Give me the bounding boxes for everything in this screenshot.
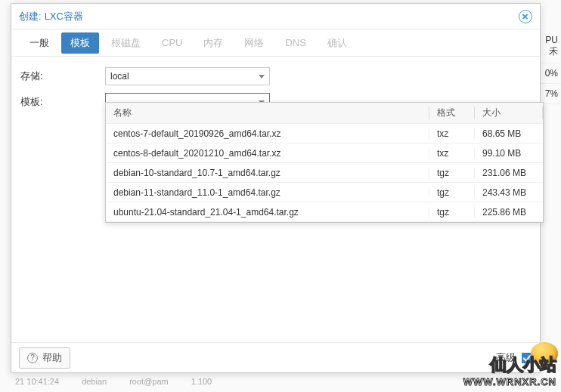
col-header-name[interactable]: 名称 [106, 106, 429, 119]
modal-header: 创建: LXC容器 [11, 4, 540, 29]
close-icon[interactable] [519, 10, 532, 23]
dropdown-row[interactable]: ubuntu-21.04-standard_21.04-1_amd64.tar.… [106, 202, 543, 222]
dropdown-row[interactable]: debian-10-standard_10.7-1_amd64.tar.gz t… [106, 163, 543, 183]
dropdown-header: 名称 格式 大小 [106, 103, 543, 124]
background-bottom-row: 21 10:41:24 debian root@pam 1.100 [0, 374, 561, 392]
tab-confirm: 确认 [318, 32, 356, 54]
template-label: 模板: [20, 95, 105, 109]
storage-value: local [110, 71, 259, 82]
create-lxc-modal: 创建: LXC容器 一般 模板 根磁盘 CPU 内存 网络 DNS 确认 存储:… [11, 3, 541, 373]
tab-network: 网络 [235, 32, 273, 54]
form-area: 存储: local 模板: 名称 格式 大小 centos-7-default_… [11, 57, 540, 342]
help-button[interactable]: ? 帮助 [19, 347, 70, 369]
storage-label: 存储: [20, 69, 105, 83]
modal-footer: ? 帮助 高级 [11, 342, 540, 372]
tab-cpu: CPU [153, 33, 191, 52]
storage-row: 存储: local [20, 67, 531, 85]
advanced-label: 高级 [496, 351, 516, 365]
storage-combo[interactable]: local [105, 67, 270, 85]
modal-title-label: 创建: [19, 10, 42, 23]
col-header-size[interactable]: 大小 [475, 106, 543, 119]
dropdown-row[interactable]: centos-8-default_20201210_amd64.tar.xz t… [106, 144, 543, 163]
dropdown-row[interactable]: debian-11-standard_11.0-1_amd64.tar.gz t… [106, 183, 543, 202]
dropdown-row[interactable]: centos-7-default_20190926_amd64.tar.xz t… [106, 124, 543, 144]
help-icon: ? [27, 353, 38, 363]
help-label: 帮助 [42, 351, 62, 365]
template-dropdown: 名称 格式 大小 centos-7-default_20190926_amd64… [105, 102, 544, 223]
tab-template[interactable]: 模板 [61, 32, 99, 54]
wizard-tabs: 一般 模板 根磁盘 CPU 内存 网络 DNS 确认 [11, 29, 540, 57]
tab-memory: 内存 [194, 32, 232, 54]
col-header-format[interactable]: 格式 [429, 106, 475, 119]
modal-title-value: LXC容器 [45, 10, 83, 23]
tab-dns: DNS [276, 33, 315, 52]
emoji-decoration [531, 342, 558, 365]
chevron-down-icon [259, 75, 265, 79]
tab-rootdisk: 根磁盘 [102, 32, 150, 54]
tab-general[interactable]: 一般 [20, 32, 58, 54]
